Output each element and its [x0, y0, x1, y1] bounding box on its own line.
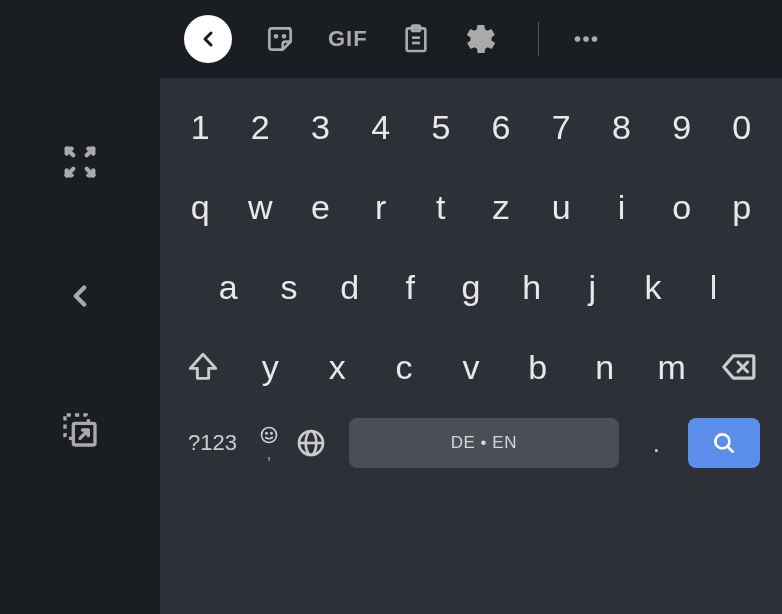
key-u[interactable]: u — [532, 178, 590, 236]
gif-button[interactable]: GIF — [328, 26, 368, 52]
key-z[interactable]: z — [472, 178, 530, 236]
key-x[interactable]: x — [308, 338, 366, 396]
key-d[interactable]: d — [321, 258, 379, 316]
key-c[interactable]: c — [375, 338, 433, 396]
key-n[interactable]: n — [576, 338, 634, 396]
svg-point-14 — [266, 432, 267, 433]
left-panel — [0, 0, 160, 614]
keyboard-toolbar: GIF — [160, 0, 782, 78]
key-7[interactable]: 7 — [532, 98, 590, 156]
key-b[interactable]: b — [509, 338, 567, 396]
key-l[interactable]: l — [685, 258, 743, 316]
period-key[interactable]: . — [641, 428, 672, 459]
sticker-icon[interactable] — [264, 23, 296, 55]
emoji-key[interactable]: , — [259, 425, 279, 462]
letter-row-3: y x c v b n m — [170, 338, 772, 396]
svg-point-8 — [574, 36, 580, 42]
key-2[interactable]: 2 — [231, 98, 289, 156]
key-1[interactable]: 1 — [171, 98, 229, 156]
svg-point-13 — [261, 427, 276, 442]
spacebar[interactable]: DE • EN — [349, 418, 619, 468]
bottom-row: ?123 , DE • EN . — [170, 418, 772, 468]
backspace-key[interactable] — [709, 348, 767, 386]
number-row: 1 2 3 4 5 6 7 8 9 0 — [170, 98, 772, 156]
key-6[interactable]: 6 — [472, 98, 530, 156]
key-t[interactable]: t — [412, 178, 470, 236]
more-icon[interactable] — [569, 22, 603, 56]
key-r[interactable]: r — [352, 178, 410, 236]
letter-row-1: q w e r t z u i o p — [170, 178, 772, 236]
svg-point-10 — [591, 36, 597, 42]
key-f[interactable]: f — [381, 258, 439, 316]
svg-line-20 — [727, 446, 732, 451]
shift-key[interactable] — [174, 350, 232, 384]
back-icon[interactable] — [58, 274, 102, 318]
key-0[interactable]: 0 — [713, 98, 771, 156]
letter-row-2: a s d f g h j k l — [170, 258, 772, 316]
fullscreen-icon[interactable] — [58, 140, 102, 184]
language-key[interactable] — [295, 427, 327, 459]
clipboard-icon[interactable] — [400, 23, 432, 55]
key-w[interactable]: w — [231, 178, 289, 236]
key-9[interactable]: 9 — [653, 98, 711, 156]
key-j[interactable]: j — [563, 258, 621, 316]
key-4[interactable]: 4 — [352, 98, 410, 156]
key-k[interactable]: k — [624, 258, 682, 316]
search-key[interactable] — [688, 418, 760, 468]
toolbar-divider — [538, 22, 539, 56]
svg-point-3 — [283, 35, 285, 37]
key-p[interactable]: p — [713, 178, 771, 236]
keyboard: 1 2 3 4 5 6 7 8 9 0 q w e r t z u i o p … — [160, 78, 782, 614]
key-q[interactable]: q — [171, 178, 229, 236]
key-m[interactable]: m — [643, 338, 701, 396]
symbols-key[interactable]: ?123 — [182, 430, 243, 456]
key-v[interactable]: v — [442, 338, 500, 396]
key-8[interactable]: 8 — [592, 98, 650, 156]
comma-sublabel: , — [267, 446, 271, 462]
key-e[interactable]: e — [291, 178, 349, 236]
keyboard-panel: GIF 1 2 3 4 5 6 — [160, 0, 782, 614]
key-s[interactable]: s — [260, 258, 318, 316]
key-g[interactable]: g — [442, 258, 500, 316]
key-3[interactable]: 3 — [291, 98, 349, 156]
key-o[interactable]: o — [653, 178, 711, 236]
key-a[interactable]: a — [199, 258, 257, 316]
svg-point-2 — [275, 35, 277, 37]
toolbar-back-button[interactable] — [184, 15, 232, 63]
gear-icon[interactable] — [464, 22, 498, 56]
svg-point-9 — [583, 36, 589, 42]
key-h[interactable]: h — [503, 258, 561, 316]
key-i[interactable]: i — [592, 178, 650, 236]
svg-point-15 — [271, 432, 272, 433]
key-5[interactable]: 5 — [412, 98, 470, 156]
key-y[interactable]: y — [241, 338, 299, 396]
float-icon[interactable] — [58, 408, 102, 452]
